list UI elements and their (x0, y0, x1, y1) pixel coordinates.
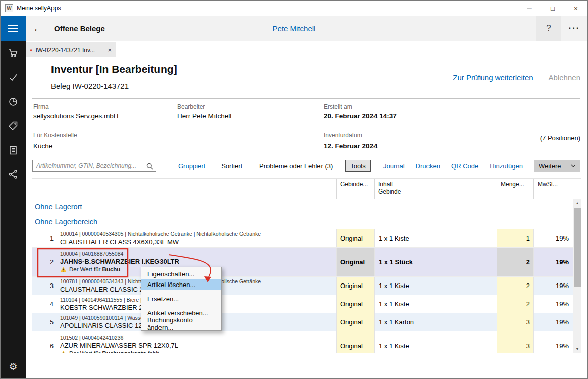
menu-separator (145, 292, 218, 292)
mwst-cell[interactable]: 19% (533, 313, 573, 331)
hamburger-menu-button[interactable] (1, 16, 26, 41)
table-body: Ohne Lagerort Ohne Lagerbereich 1 100014… (32, 199, 573, 353)
menge-cell[interactable]: 3 (497, 331, 533, 353)
mwst-cell[interactable]: 19% (533, 295, 573, 313)
row-description: 101502 | 04004042410236 AZUR MINERALWASS… (56, 331, 336, 353)
gebinde-cell[interactable]: Original (336, 229, 374, 247)
mwst-cell[interactable]: 19% (533, 277, 573, 295)
list-toolbar: Gruppiert Sortiert Probleme oder Fehler … (32, 159, 580, 172)
scroll-down-icon[interactable]: ▼ (573, 345, 581, 353)
erstellt-am-label: Erstellt am (324, 103, 352, 110)
scroll-up-icon[interactable]: ▲ (573, 199, 581, 207)
sidebar-item-prices[interactable] (1, 114, 26, 138)
check-icon (8, 72, 18, 82)
help-button[interactable]: ? (536, 16, 561, 41)
firma-value: sellysolutions Serv.ges.mbH (33, 112, 119, 120)
weitere-dropdown[interactable]: Weitere (534, 160, 580, 172)
sidebar-item-documents[interactable] (1, 138, 26, 162)
maximize-button[interactable]: □ (541, 1, 564, 16)
inhalt-cell[interactable]: 1 x 1 Karton (374, 313, 497, 331)
header-mwst[interactable]: MwSt... (533, 179, 573, 199)
titlebar: W Meine sellyApps ─ □ × (1, 1, 587, 16)
menu-item-artikel-loeschen[interactable]: Artikel löschen... (141, 279, 221, 290)
sidebar-item-cart[interactable] (1, 41, 26, 65)
inhalt-cell[interactable]: 1 x 1 Kiste (374, 295, 497, 313)
tools-button[interactable]: Tools (345, 160, 370, 172)
gebinde-cell[interactable]: Original (336, 331, 374, 353)
more-options-button[interactable]: ··· (561, 16, 587, 41)
gebinde-cell[interactable]: Original (336, 313, 374, 331)
tab-close-icon[interactable]: × (108, 46, 112, 54)
menge-cell[interactable]: 3 (497, 313, 533, 331)
tab-label: IW-0220-143721 Inv... (35, 46, 104, 54)
back-button[interactable]: ← (28, 16, 48, 41)
table-row[interactable]: 4 110104 | 04014964111555 | Biere | Bier… (32, 295, 573, 313)
row-number: 5 (32, 313, 56, 331)
table-row[interactable]: 3 100781 | 00000040534343 | Nichtalkohol… (32, 277, 573, 295)
inhalt-cell[interactable]: 1 x 1 Kiste (374, 331, 497, 353)
inhalt-cell[interactable]: 1 x 1 Kiste (374, 277, 497, 295)
filter-grouped[interactable]: Gruppiert (178, 162, 205, 170)
bearbeiter-value: Herr Pete Mitchell (177, 112, 231, 120)
menu-item-ersetzen[interactable]: Ersetzen... (141, 294, 221, 304)
inventurdatum-value: 12. Februar 2024 (324, 142, 378, 150)
mwst-cell[interactable]: 19% (533, 229, 573, 247)
header-menge[interactable]: Menge... (497, 179, 533, 199)
sidebar-item-share[interactable] (1, 162, 26, 186)
add-link[interactable]: Hinzufügen (490, 162, 523, 170)
sidebar-item-reports[interactable] (1, 89, 26, 114)
mwst-cell[interactable]: 19% (533, 248, 573, 276)
divider (32, 98, 580, 99)
close-button[interactable]: × (564, 1, 587, 16)
search-icon[interactable] (146, 163, 153, 170)
window-title: Meine sellyApps (17, 5, 61, 12)
filter-sorted[interactable]: Sortiert (221, 162, 242, 170)
header-description (56, 179, 336, 199)
menu-separator (145, 306, 218, 306)
reject-button[interactable]: Ablehnen (549, 73, 580, 82)
table-row-selected[interactable]: 2 100004 | 04016887055084 JAHNS-B.SCHWAR… (32, 248, 573, 277)
row-name: JAHNS-B.SCHWARZBIER I.KEG30LTR (60, 257, 336, 266)
table-row[interactable]: 6 101502 | 04004042410236 AZUR MINERALWA… (32, 331, 573, 353)
filter-problems[interactable]: Probleme oder Fehler (3) (259, 162, 333, 170)
minimize-button[interactable]: ─ (518, 1, 541, 16)
unsaved-dot-icon: ● (30, 48, 32, 53)
header-inhalt-gebinde[interactable]: Inhalt Gebinde (374, 179, 497, 199)
gebinde-cell[interactable]: Original (336, 295, 374, 313)
print-link[interactable]: Drucken (416, 162, 440, 170)
share-network-icon (8, 169, 18, 179)
menge-cell[interactable]: 2 (497, 295, 533, 313)
scrollbar-thumb[interactable] (574, 208, 581, 287)
search-input[interactable] (33, 160, 156, 171)
cart-icon (8, 48, 18, 58)
qr-code-link[interactable]: QR Code (451, 162, 478, 170)
group-row-lagerbereich[interactable]: Ohne Lagerbereich (32, 214, 573, 229)
vertical-scrollbar[interactable]: ▲ ▼ (573, 199, 581, 353)
inhalt-cell[interactable]: 1 x 1 Kiste (374, 229, 497, 247)
group-row-lagerort[interactable]: Ohne Lagerort (32, 199, 573, 214)
gebinde-cell[interactable]: Original (336, 277, 374, 295)
table-row[interactable]: 5 101049 | 04100590100114 | Wasser | Was… (32, 313, 573, 331)
row-number: 6 (32, 331, 56, 353)
document-number: Beleg IW-0220-143721 (51, 82, 129, 90)
inhalt-cell[interactable]: 1 x 1 Stück (374, 248, 497, 276)
menu-item-eigenschaften[interactable]: Eigenschaften... (141, 269, 221, 279)
menu-item-buchungskonto-aendern[interactable]: Buchungskonto ändern... (141, 318, 221, 329)
sidebar-item-tasks[interactable] (1, 65, 26, 89)
app-window: W Meine sellyApps ─ □ × ← Offene Belege … (0, 0, 588, 379)
table-row[interactable]: 1 100014 | 00000040534305 | Nichtalkohol… (32, 229, 573, 248)
firma-label: Firma (33, 103, 49, 110)
menge-cell[interactable]: 2 (497, 248, 533, 276)
warning-icon (60, 267, 67, 272)
tab-document[interactable]: ● IW-0220-143721 Inv... × (26, 42, 116, 57)
gebinde-cell[interactable]: Original (336, 248, 374, 276)
settings-button[interactable]: ⚙ (1, 357, 26, 375)
menge-cell[interactable]: 1 (497, 229, 533, 247)
tag-icon (8, 121, 18, 131)
header-gebinde[interactable]: Gebinde... (336, 179, 374, 199)
forward-for-review-button[interactable]: Zur Prüfung weiterleiten (453, 73, 533, 82)
pie-chart-icon (8, 97, 18, 107)
menge-cell[interactable]: 2 (497, 277, 533, 295)
journal-link[interactable]: Journal (383, 162, 405, 170)
mwst-cell[interactable]: 19% (533, 331, 573, 353)
